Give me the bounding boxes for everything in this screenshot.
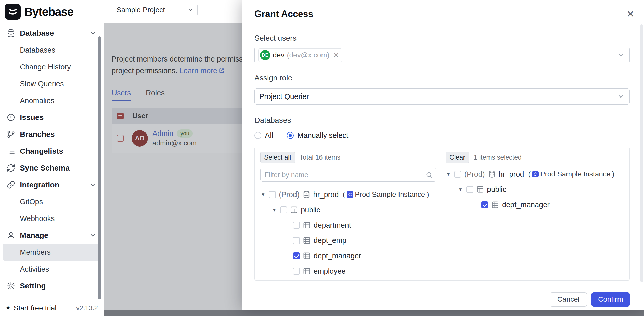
checkbox[interactable] — [293, 237, 300, 244]
sidebar-item-integration[interactable]: Integration — [3, 176, 100, 193]
sidebar-item-issues[interactable]: Issues — [3, 109, 100, 126]
checkbox[interactable] — [280, 206, 287, 213]
clear-button[interactable]: Clear — [446, 152, 469, 163]
transfer-selected-panel: Clear 1 items selected ▾ (Prod) hr_prod … — [442, 147, 629, 280]
tree-row-table[interactable]: dept_manager — [260, 248, 442, 263]
caret-down-icon[interactable]: ▾ — [458, 186, 463, 192]
checkbox-checked[interactable] — [293, 252, 300, 259]
version-label: v2.13.2 — [76, 304, 98, 312]
tree-row-table[interactable]: employee — [260, 263, 442, 279]
caret-down-icon[interactable]: ▾ — [446, 171, 451, 177]
database-transfer-panel: Select all Total 16 items ▾ (Prod) hr_pr… — [254, 147, 630, 281]
tree-row-schema[interactable]: ▾ public — [446, 182, 629, 197]
tree-row-table[interactable]: dept_manager — [446, 197, 629, 212]
sidebar-item-databases[interactable]: Databases — [3, 42, 100, 58]
tree-row-schema[interactable]: ▾ public — [260, 202, 442, 217]
sidebar-item-label: Webhooks — [20, 214, 55, 223]
user-select[interactable]: DE dev (dev@x.com) ✕ — [254, 47, 630, 63]
start-free-trial-link[interactable]: Start free trial — [14, 304, 56, 312]
sidebar-item-label: Sync Schema — [20, 164, 70, 172]
sync-schema-icon — [7, 164, 15, 172]
learn-more-link[interactable]: Learn more — [179, 67, 225, 75]
checkbox[interactable] — [466, 186, 473, 193]
database-icon — [303, 191, 310, 198]
checkbox[interactable] — [293, 222, 300, 229]
sidebar-item-anomalies[interactable]: Anomalies — [3, 92, 100, 109]
sidebar-nav: Database Databases Change History Slow Q… — [0, 23, 103, 294]
schema-name: public — [301, 206, 320, 214]
sidebar-item-database[interactable]: Database — [3, 25, 100, 42]
sidebar-item-members[interactable]: Members — [3, 244, 100, 261]
close-icon[interactable]: ✕ — [627, 9, 634, 19]
sidebar-item-label: Slow Queries — [20, 80, 64, 88]
project-selector[interactable]: Sample Project — [112, 4, 198, 16]
checkbox[interactable] — [269, 191, 276, 198]
checkbox[interactable] — [293, 268, 300, 275]
user-avatar: DE — [260, 50, 270, 60]
user-name: dev — [273, 51, 284, 59]
integration-icon — [7, 180, 15, 189]
select-users-label: Select users — [254, 34, 630, 42]
tab-users[interactable]: Users — [112, 89, 131, 101]
sidebar-item-change-history[interactable]: Change History — [3, 58, 100, 75]
role-select[interactable]: Project Querier — [254, 88, 630, 105]
spark-icon: ✦ — [5, 304, 11, 312]
table-name: employee — [314, 267, 346, 275]
sidebar-item-changelists[interactable]: Changelists — [3, 143, 100, 160]
tab-roles[interactable]: Roles — [146, 89, 165, 101]
selected-user-chip: DE dev (dev@x.com) ✕ — [258, 48, 342, 62]
radio-manually-select[interactable]: Manually select — [287, 131, 348, 140]
tree-row-database[interactable]: ▾ (Prod) hr_prod ( Prod Sample Instance) — [446, 166, 629, 182]
you-badge: you — [177, 129, 192, 138]
sidebar-item-slow-queries[interactable]: Slow Queries — [3, 75, 100, 92]
member-name-link[interactable]: Admin — [152, 129, 173, 138]
chevron-down-icon — [89, 181, 96, 188]
sidebar-item-label: Database — [20, 29, 54, 38]
radio-label: All — [265, 131, 273, 140]
environment-label: (Prod) — [464, 170, 485, 178]
sidebar-item-label: Setting — [20, 282, 46, 290]
select-all-button[interactable]: Select all — [260, 152, 295, 163]
sidebar-item-sync-schema[interactable]: Sync Schema — [3, 160, 100, 176]
tree-row-table[interactable]: dept_emp — [260, 233, 442, 248]
sidebar-scrollbar[interactable] — [98, 36, 101, 299]
bytebase-instance-icon — [347, 191, 353, 198]
sidebar-item-setting[interactable]: Setting — [3, 277, 100, 294]
total-items-label: Total 16 items — [300, 153, 340, 161]
dialog-scrollbar[interactable] — [640, 24, 643, 282]
sidebar-item-webhooks[interactable]: Webhooks — [3, 210, 100, 227]
sidebar-item-manage[interactable]: Manage — [3, 227, 100, 244]
database-name: hr_prod — [313, 190, 339, 199]
cancel-button[interactable]: Cancel — [550, 292, 587, 307]
radio-circle[interactable] — [287, 132, 294, 139]
project-selector-value: Sample Project — [117, 6, 165, 14]
bytebase-logo[interactable]: Bytebase — [0, 0, 103, 23]
transfer-source-panel: Select all Total 16 items ▾ (Prod) hr_pr… — [255, 147, 442, 280]
assign-role-label: Assign role — [254, 74, 630, 82]
checkbox-checked[interactable] — [481, 201, 488, 208]
tree-row-database[interactable]: ▾ (Prod) hr_prod ( Prod Sample Instance) — [260, 187, 442, 202]
source-tree: ▾ (Prod) hr_prod ( Prod Sample Instance)… — [260, 187, 442, 279]
sidebar-item-label: Change History — [20, 63, 71, 71]
confirm-button[interactable]: Confirm — [591, 292, 630, 307]
filter-input[interactable] — [260, 168, 436, 182]
radio-all[interactable]: All — [254, 131, 273, 140]
select-all-checkbox[interactable] — [117, 113, 124, 119]
user-email: (dev@x.com) — [287, 51, 329, 59]
tree-row-table[interactable]: department — [260, 217, 442, 233]
sidebar-item-branches[interactable]: Branches — [3, 126, 100, 143]
checkbox[interactable] — [454, 171, 461, 178]
caret-down-icon[interactable]: ▾ — [260, 191, 266, 198]
selected-tree: ▾ (Prod) hr_prod ( Prod Sample Instance)… — [446, 166, 629, 212]
table-icon — [303, 252, 311, 260]
chevron-down-icon — [617, 93, 624, 100]
remove-user-icon[interactable]: ✕ — [333, 52, 339, 59]
sidebar-item-gitops[interactable]: GitOps — [3, 193, 100, 210]
sidebar-item-activities[interactable]: Activities — [3, 261, 100, 277]
external-link-icon — [218, 67, 225, 74]
row-checkbox[interactable] — [117, 135, 124, 142]
radio-circle[interactable] — [254, 132, 261, 139]
caret-down-icon[interactable]: ▾ — [272, 207, 277, 213]
selected-count-label: 1 items selected — [474, 153, 522, 161]
table-row[interactable]: AD Admin you admin@x.com — [112, 124, 242, 153]
